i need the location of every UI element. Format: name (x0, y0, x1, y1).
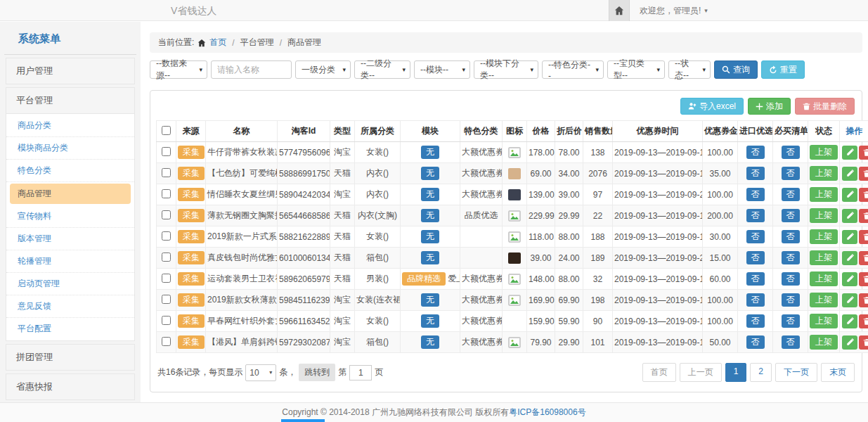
must-buy-toggle[interactable]: 否 (782, 188, 800, 202)
reset-button[interactable]: 重置 (761, 60, 805, 79)
edit-button[interactable] (842, 293, 857, 307)
delete-button[interactable] (859, 167, 868, 181)
must-buy-toggle[interactable]: 否 (782, 167, 800, 181)
must-buy-toggle[interactable]: 否 (782, 209, 800, 223)
edit-button[interactable] (842, 230, 857, 244)
edit-button[interactable] (842, 209, 857, 223)
status-on-shelf-button[interactable]: 上架 (810, 187, 838, 202)
delete-button[interactable] (859, 146, 868, 160)
must-buy-toggle[interactable]: 否 (782, 146, 800, 160)
delete-button[interactable] (859, 230, 868, 244)
edit-button[interactable] (842, 272, 857, 286)
sidebar-subitem-1-4[interactable]: 宣传物料 (6, 205, 134, 228)
sidebar-menu-3[interactable]: 省惠快报 (6, 374, 134, 399)
jump-button[interactable]: 跳转到 (299, 364, 335, 381)
must-buy-toggle[interactable]: 否 (782, 314, 800, 328)
must-buy-toggle[interactable]: 否 (782, 251, 800, 265)
icp-link[interactable]: 粤ICP备16098006号 (509, 407, 585, 417)
sidebar-subitem-1-6[interactable]: 轮播管理 (6, 250, 134, 273)
import-select-toggle[interactable]: 否 (746, 335, 765, 350)
row-checkbox[interactable] (162, 231, 171, 241)
home-button[interactable] (609, 0, 630, 21)
sidebar-menu-2[interactable]: 拼团管理 (6, 345, 134, 370)
row-checkbox[interactable] (162, 252, 171, 262)
status-on-shelf-button[interactable]: 上架 (810, 271, 838, 286)
sidebar-subitem-1-2[interactable]: 特色分类 (6, 160, 134, 182)
select-all-checkbox[interactable] (162, 126, 171, 135)
filter-select-level2-category[interactable]: --二级分类--▾ (354, 60, 410, 79)
must-buy-toggle[interactable]: 否 (782, 293, 800, 307)
filter-select-level1-category[interactable]: 一级分类▾ (295, 60, 351, 79)
user-menu[interactable]: 欢迎您，管理员! ▾ (630, 0, 718, 21)
import-select-toggle[interactable]: 否 (746, 314, 765, 328)
import-select-toggle[interactable]: 否 (746, 251, 765, 265)
sidebar-subitem-1-0[interactable]: 商品分类 (6, 115, 134, 137)
filter-select-status[interactable]: --状态--▾ (668, 60, 711, 79)
page-2[interactable]: 2 (750, 363, 772, 382)
edit-button[interactable] (842, 188, 857, 202)
edit-button[interactable] (842, 167, 857, 181)
delete-button[interactable] (859, 293, 868, 307)
delete-button[interactable] (859, 188, 868, 202)
import-select-toggle[interactable]: 否 (746, 209, 765, 223)
row-checkbox[interactable] (162, 316, 171, 325)
must-buy-toggle[interactable]: 否 (782, 272, 800, 286)
sidebar-subitem-1-1[interactable]: 模块商品分类 (6, 137, 134, 160)
status-on-shelf-button[interactable]: 上架 (810, 293, 838, 307)
must-buy-toggle[interactable]: 否 (782, 230, 800, 244)
sidebar-menu-0[interactable]: 用户管理 (6, 58, 134, 84)
status-on-shelf-button[interactable]: 上架 (810, 229, 838, 244)
status-on-shelf-button[interactable]: 上架 (810, 335, 838, 350)
delete-button[interactable] (859, 209, 868, 223)
row-checkbox[interactable] (162, 210, 171, 219)
delete-button[interactable] (859, 251, 868, 265)
row-checkbox[interactable] (162, 147, 171, 156)
import-select-toggle[interactable]: 否 (746, 293, 765, 307)
page-1[interactable]: 1 (725, 363, 747, 382)
row-checkbox[interactable] (162, 168, 171, 177)
filter-select-module-sub-category[interactable]: --模块下分类--▾ (474, 60, 538, 79)
row-checkbox[interactable] (162, 274, 171, 283)
row-checkbox[interactable] (162, 189, 171, 198)
edit-button[interactable] (842, 314, 857, 328)
import-select-toggle[interactable]: 否 (746, 167, 765, 181)
sidebar-subitem-1-3[interactable]: 商品管理 (10, 184, 131, 204)
import-select-toggle[interactable]: 否 (746, 230, 765, 244)
filter-select-feature-category[interactable]: --特色分类--▾ (542, 60, 604, 79)
delete-button[interactable] (859, 272, 868, 286)
batch-delete-button[interactable]: 批量删除 (795, 98, 855, 115)
query-button[interactable]: 查询 (714, 60, 758, 79)
page-first[interactable]: 首页 (642, 363, 676, 382)
row-checkbox[interactable] (162, 337, 171, 346)
sidebar-subitem-1-7[interactable]: 启动页管理 (6, 273, 134, 295)
edit-button[interactable] (842, 146, 857, 160)
sidebar-subitem-1-5[interactable]: 版本管理 (6, 228, 134, 250)
sidebar-subitem-1-9[interactable]: 平台配置 (6, 318, 134, 340)
page-prev[interactable]: 上一页 (680, 363, 722, 382)
import-select-toggle[interactable]: 否 (746, 188, 765, 202)
status-on-shelf-button[interactable]: 上架 (810, 145, 838, 160)
filter-select-data-source[interactable]: --数据来源-- ▾ (150, 60, 207, 79)
name-search-input[interactable] (211, 60, 292, 79)
edit-button[interactable] (842, 251, 857, 265)
filter-select-module[interactable]: --模块--▾ (414, 60, 470, 79)
filter-select-item-type[interactable]: --宝贝类型--▾ (607, 60, 665, 79)
import-excel-button[interactable]: 导入excel (680, 98, 744, 115)
import-select-toggle[interactable]: 否 (746, 146, 765, 160)
sidebar-menu-1[interactable]: 平台管理 (6, 88, 134, 113)
delete-button[interactable] (859, 314, 868, 328)
sidebar-subitem-1-8[interactable]: 意见反馈 (6, 295, 134, 318)
row-checkbox[interactable] (162, 295, 171, 304)
status-on-shelf-button[interactable]: 上架 (810, 208, 838, 223)
import-select-toggle[interactable]: 否 (746, 272, 765, 286)
edit-button[interactable] (842, 335, 857, 350)
status-on-shelf-button[interactable]: 上架 (810, 314, 838, 328)
breadcrumb-home-link[interactable]: 首页 (209, 37, 226, 49)
per-page-select[interactable]: 10 ▾ (245, 364, 276, 381)
jump-page-input[interactable] (349, 365, 372, 381)
delete-button[interactable] (859, 335, 868, 350)
page-next[interactable]: 下一页 (775, 363, 817, 382)
page-last[interactable]: 末页 (821, 363, 855, 382)
status-on-shelf-button[interactable]: 上架 (810, 250, 838, 265)
add-button[interactable]: 添加 (748, 98, 791, 115)
